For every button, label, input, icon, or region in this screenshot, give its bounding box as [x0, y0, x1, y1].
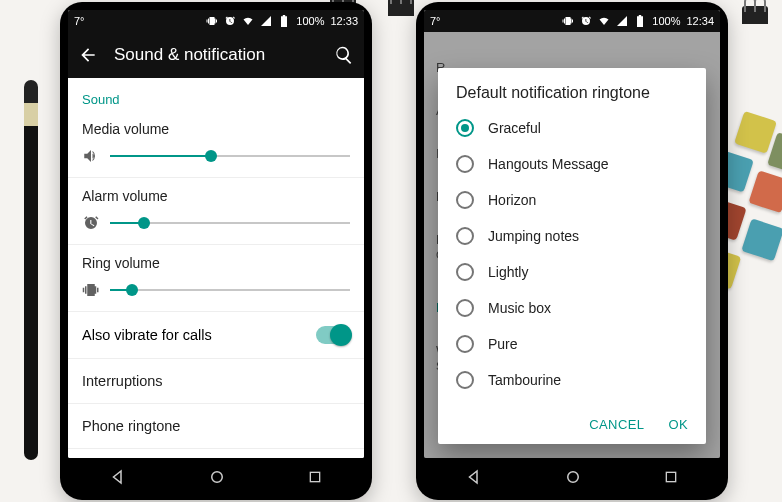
- ringtone-option[interactable]: Lightly: [438, 254, 706, 290]
- vibrate-switch[interactable]: [316, 326, 350, 344]
- phone-left: 7° 100% 12:33 Sound & notification Sound…: [60, 2, 372, 500]
- nav-back-icon[interactable]: [465, 468, 483, 486]
- ring-volume-slider[interactable]: [110, 283, 350, 297]
- ringtone-option[interactable]: Whistle: [438, 398, 706, 407]
- status-bar: 7° 100% 12:34: [424, 10, 720, 32]
- media-volume-label: Media volume: [82, 121, 350, 137]
- phone-right: 7° 100% 12:34 RAIPDG N WShow all notific…: [416, 2, 728, 500]
- vibrate-label: Also vibrate for calls: [82, 327, 212, 343]
- ringtone-option-label: Music box: [488, 300, 551, 316]
- ringtone-option[interactable]: Music box: [438, 290, 706, 326]
- vibrate-icon: [82, 281, 100, 299]
- nav-bar: [68, 460, 364, 494]
- radio-icon: [456, 119, 474, 137]
- search-icon[interactable]: [334, 45, 354, 65]
- radio-icon: [456, 191, 474, 209]
- alarm-icon: [82, 214, 100, 232]
- status-time: 12:34: [686, 15, 714, 27]
- radio-icon: [456, 299, 474, 317]
- setting-ring-volume: Ring volume: [68, 245, 364, 312]
- radio-icon: [456, 227, 474, 245]
- nav-recent-icon[interactable]: [307, 469, 323, 485]
- vibrate-icon: [206, 15, 218, 27]
- setting-alarm-volume: Alarm volume: [68, 178, 364, 245]
- speaker-icon: [82, 147, 100, 165]
- radio-icon: [456, 335, 474, 353]
- battery-icon: [278, 15, 290, 27]
- signal-icon: [260, 15, 272, 27]
- ringtone-option[interactable]: Graceful: [438, 110, 706, 146]
- ok-button[interactable]: OK: [668, 417, 688, 432]
- section-sound-header: Sound: [68, 78, 364, 111]
- radio-icon: [456, 371, 474, 389]
- status-temperature: 7°: [74, 15, 85, 27]
- svg-rect-1: [311, 472, 320, 481]
- app-bar: Sound & notification: [68, 32, 364, 78]
- setting-default-ringtone[interactable]: Default notification ringtone Graceful: [68, 449, 364, 458]
- ringtone-option[interactable]: Hangouts Message: [438, 146, 706, 182]
- nav-home-icon[interactable]: [564, 468, 582, 486]
- ringtone-option-label: Hangouts Message: [488, 156, 609, 172]
- signal-icon: [616, 15, 628, 27]
- ringtone-option[interactable]: Pure: [438, 326, 706, 362]
- nav-home-icon[interactable]: [208, 468, 226, 486]
- ringtone-option-label: Jumping notes: [488, 228, 579, 244]
- alarm-volume-slider[interactable]: [110, 216, 350, 230]
- dialog-title: Default notification ringtone: [438, 68, 706, 110]
- ringtone-dialog: Default notification ringtone GracefulHa…: [438, 68, 706, 444]
- appbar-title: Sound & notification: [114, 45, 318, 65]
- ringtone-option-label: Lightly: [488, 264, 528, 280]
- radio-icon: [456, 155, 474, 173]
- ringtone-option-label: Horizon: [488, 192, 536, 208]
- vibrate-icon: [562, 15, 574, 27]
- back-icon[interactable]: [78, 45, 98, 65]
- alarm-volume-label: Alarm volume: [82, 188, 350, 204]
- ringtone-option-label: Graceful: [488, 120, 541, 136]
- svg-rect-3: [667, 472, 676, 481]
- svg-point-2: [568, 472, 579, 483]
- radio-icon: [456, 263, 474, 281]
- alarm-icon: [224, 15, 236, 27]
- ringtone-option[interactable]: Tambourine: [438, 362, 706, 398]
- decor-clip: [742, 6, 768, 24]
- settings-content: Sound Media volume Alarm volume: [68, 78, 364, 458]
- wifi-icon: [242, 15, 254, 27]
- nav-recent-icon[interactable]: [663, 469, 679, 485]
- ringtone-option[interactable]: Jumping notes: [438, 218, 706, 254]
- status-battery-pct: 100%: [652, 15, 680, 27]
- setting-vibrate-calls[interactable]: Also vibrate for calls: [68, 312, 364, 359]
- ring-volume-label: Ring volume: [82, 255, 350, 271]
- ringtone-option-label: Tambourine: [488, 372, 561, 388]
- setting-media-volume: Media volume: [68, 111, 364, 178]
- ringtone-option[interactable]: Horizon: [438, 182, 706, 218]
- battery-icon: [634, 15, 646, 27]
- status-time: 12:33: [330, 15, 358, 27]
- nav-bar: [424, 460, 720, 494]
- ringtone-list[interactable]: GracefulHangouts MessageHorizonJumping n…: [438, 110, 706, 407]
- decor-pencil: [24, 80, 38, 460]
- nav-back-icon[interactable]: [109, 468, 127, 486]
- status-battery-pct: 100%: [296, 15, 324, 27]
- ringtone-option-label: Pure: [488, 336, 518, 352]
- status-temperature: 7°: [430, 15, 441, 27]
- decor-clip: [388, 0, 414, 16]
- status-bar: 7° 100% 12:33: [68, 10, 364, 32]
- cancel-button[interactable]: CANCEL: [589, 417, 644, 432]
- svg-point-0: [212, 472, 223, 483]
- setting-interruptions[interactable]: Interruptions: [68, 359, 364, 404]
- setting-phone-ringtone[interactable]: Phone ringtone: [68, 404, 364, 449]
- media-volume-slider[interactable]: [110, 149, 350, 163]
- alarm-icon: [580, 15, 592, 27]
- wifi-icon: [598, 15, 610, 27]
